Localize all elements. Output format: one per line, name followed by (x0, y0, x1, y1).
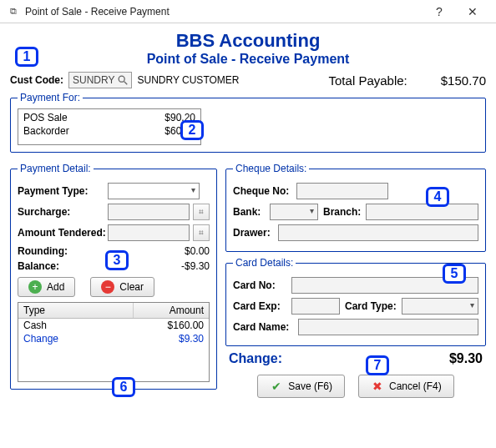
check-icon: ✔ (270, 380, 283, 393)
cell-amount: $160.00 (134, 320, 204, 331)
svg-point-0 (119, 76, 125, 82)
payment-detail-legend: Payment Detail: (18, 163, 94, 174)
callout-7: 7 (366, 355, 389, 375)
payment-for-group: Payment For: POS Sale $90.20 Backorder $… (10, 92, 486, 153)
card-name-label: Card Name: (233, 321, 298, 333)
callout-6: 6 (112, 377, 135, 397)
save-label: Save (F6) (288, 380, 332, 392)
balance-value: -$9.30 (181, 260, 210, 272)
list-item: POS Sale $90.20 (23, 111, 195, 124)
list-item: Backorder $60.50 (23, 124, 195, 138)
callout-2: 2 (180, 120, 204, 140)
cust-name: SUNDRY CUSTOMER (137, 74, 239, 86)
clear-label: Clear (119, 281, 144, 293)
cancel-button[interactable]: ✖ Cancel (F4) (358, 375, 454, 398)
change-label: Change: (229, 351, 282, 366)
callout-3: 3 (105, 250, 129, 270)
table-row[interactable]: Cash $160.00 (18, 319, 209, 332)
surcharge-input[interactable] (108, 204, 190, 220)
cell-amount: $9.30 (134, 333, 204, 345)
clear-button[interactable]: − Clear (90, 277, 154, 297)
card-legend: Card Details: (233, 257, 296, 269)
drawer-input[interactable] (278, 224, 478, 241)
rounding-value: $0.00 (185, 245, 210, 257)
branch-label: Branch: (323, 206, 361, 218)
payment-type-label: Payment Type: (18, 185, 108, 197)
cust-code-label: Cust Code: (10, 74, 63, 86)
card-type-select[interactable] (402, 298, 478, 315)
payments-grid[interactable]: Type Amount Cash $160.00 Change $9.30 (18, 302, 210, 382)
cell-type: Cash (23, 320, 134, 331)
grid-header: Type Amount (18, 303, 209, 319)
branch-input[interactable] (366, 204, 478, 220)
table-row[interactable]: Change $9.30 (18, 332, 209, 345)
cheque-no-input[interactable] (296, 183, 388, 199)
cheque-legend: Cheque Details: (233, 163, 309, 174)
total-value: $150.70 (441, 73, 486, 88)
svg-line-1 (124, 82, 128, 85)
amount-tendered-label: Amount Tendered: (18, 227, 108, 239)
page-subheading: Point of Sale - Receive Payment (10, 52, 486, 67)
amount-tendered-input[interactable] (108, 224, 190, 241)
window-title: Point of Sale - Receive Payment (25, 6, 423, 18)
titlebar: ⧉ Point of Sale - Receive Payment ? ✕ (0, 0, 496, 23)
col-amount[interactable]: Amount (134, 303, 209, 318)
card-exp-input[interactable] (291, 298, 340, 315)
cheque-details-group: Cheque Details: Cheque No: Bank: Branch:… (225, 163, 486, 252)
payment-for-list[interactable]: POS Sale $90.20 Backorder $60.50 (18, 108, 201, 145)
close-icon: ✖ (371, 380, 384, 393)
pf-label: POS Sale (23, 112, 68, 123)
bank-label: Bank: (233, 206, 270, 218)
rounding-label: Rounding: (18, 245, 68, 257)
calculator-icon[interactable]: ⌗ (193, 224, 210, 241)
calculator-icon[interactable]: ⌗ (193, 204, 210, 220)
bank-select[interactable] (270, 204, 318, 220)
help-button[interactable]: ? (423, 5, 456, 18)
callout-4: 4 (426, 187, 449, 207)
card-exp-label: Card Exp: (233, 300, 291, 312)
balance-label: Balance: (18, 260, 59, 272)
plus-icon: + (28, 280, 42, 294)
callout-5: 5 (443, 264, 466, 284)
drawer-label: Drawer: (233, 227, 278, 239)
search-icon[interactable] (116, 73, 129, 87)
cheque-no-label: Cheque No: (233, 185, 296, 197)
change-value: $9.30 (449, 351, 483, 366)
save-button[interactable]: ✔ Save (F6) (257, 375, 345, 398)
app-heading: BBS Accounting (10, 30, 486, 52)
pf-label: Backorder (23, 125, 69, 137)
minus-icon: − (101, 280, 114, 294)
surcharge-label: Surcharge: (18, 206, 108, 218)
card-type-label: Card Type: (345, 300, 397, 312)
payment-type-select[interactable] (108, 183, 200, 199)
cust-code-input[interactable]: SUNDRY (68, 72, 132, 88)
add-label: Add (47, 281, 64, 293)
callout-1: 1 (15, 47, 38, 67)
add-button[interactable]: + Add (18, 277, 75, 297)
payment-detail-group: Payment Detail: Payment Type: Surcharge:… (10, 163, 217, 390)
close-button[interactable]: ✕ (456, 5, 489, 18)
card-no-label: Card No: (233, 279, 291, 291)
cust-code-value: SUNDRY (73, 74, 114, 86)
payment-for-legend: Payment For: (18, 92, 83, 103)
col-type[interactable]: Type (18, 303, 134, 318)
card-name-input[interactable] (298, 319, 478, 335)
app-icon: ⧉ (7, 5, 20, 18)
total-label: Total Payable: (329, 73, 407, 88)
cell-type: Change (23, 333, 134, 345)
cancel-label: Cancel (F4) (389, 380, 442, 392)
